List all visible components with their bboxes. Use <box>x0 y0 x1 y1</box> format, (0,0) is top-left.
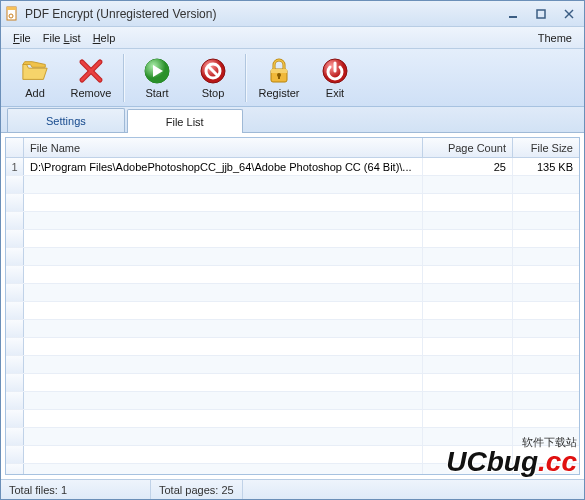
cell-index <box>6 428 24 445</box>
cell-index <box>6 464 24 474</box>
minimize-button[interactable] <box>502 6 524 22</box>
cell-filesize <box>513 176 579 193</box>
cell-filename <box>24 356 423 373</box>
cell-index <box>6 338 24 355</box>
cell-index <box>6 356 24 373</box>
cell-filename: D:\Program Files\AdobePhotoshopCC_jjb_64… <box>24 158 423 175</box>
svg-rect-1 <box>7 7 16 10</box>
cell-index <box>6 374 24 391</box>
menu-file[interactable]: File <box>7 30 37 46</box>
cell-filesize <box>513 392 579 409</box>
add-button[interactable]: Add <box>7 52 63 104</box>
cell-pagecount <box>423 320 513 337</box>
tab-filelist-label: File List <box>166 116 204 128</box>
tab-strip: Settings File List <box>1 107 584 133</box>
cell-index <box>6 284 24 301</box>
register-button[interactable]: Register <box>251 52 307 104</box>
cell-filename <box>24 176 423 193</box>
play-icon <box>143 57 171 85</box>
cell-pagecount <box>423 230 513 247</box>
toolbar: Add Remove Start Stop <box>1 49 584 107</box>
table-row-empty <box>6 284 579 302</box>
cell-filesize <box>513 230 579 247</box>
menu-filelist[interactable]: File List <box>37 30 87 46</box>
menu-help[interactable]: Help <box>87 30 122 46</box>
cell-pagecount <box>423 374 513 391</box>
table-row-empty <box>6 464 579 474</box>
cell-filesize <box>513 338 579 355</box>
table-row-empty <box>6 446 579 464</box>
cell-filename <box>24 374 423 391</box>
remove-button[interactable]: Remove <box>63 52 119 104</box>
cell-index <box>6 302 24 319</box>
table-row-empty <box>6 356 579 374</box>
svg-rect-4 <box>537 10 545 18</box>
grid-header-filesize-label: File Size <box>531 142 573 154</box>
statusbar: Total files: 1 Total pages: 25 <box>1 479 584 499</box>
add-label: Add <box>25 87 45 99</box>
cell-filename <box>24 428 423 445</box>
grid-header-filesize[interactable]: File Size <box>513 138 579 157</box>
lock-icon <box>265 57 293 85</box>
grid-header-pagecount[interactable]: Page Count <box>423 138 513 157</box>
cell-pagecount <box>423 212 513 229</box>
cell-pagecount <box>423 194 513 211</box>
cell-filename <box>24 230 423 247</box>
cell-filename <box>24 266 423 283</box>
cell-filename <box>24 446 423 463</box>
status-total-pages-label: Total pages: <box>159 484 218 496</box>
grid-body[interactable]: 1D:\Program Files\AdobePhotoshopCC_jjb_6… <box>6 158 579 474</box>
cell-index: 1 <box>6 158 24 175</box>
toolbar-group-run: Start Stop <box>129 52 241 104</box>
register-label: Register <box>259 87 300 99</box>
app-icon <box>5 6 19 22</box>
grid-header-rownum[interactable] <box>6 138 24 157</box>
start-button[interactable]: Start <box>129 52 185 104</box>
cell-index <box>6 446 24 463</box>
cell-filesize <box>513 464 579 474</box>
cell-index <box>6 392 24 409</box>
exit-button[interactable]: Exit <box>307 52 363 104</box>
table-row-empty <box>6 392 579 410</box>
cell-pagecount <box>423 338 513 355</box>
tab-settings-label: Settings <box>46 115 86 127</box>
status-total-files: Total files: 1 <box>1 480 151 499</box>
cell-pagecount <box>423 176 513 193</box>
content-area: File Name Page Count File Size 1D:\Progr… <box>1 133 584 479</box>
cell-filename <box>24 284 423 301</box>
menu-theme[interactable]: Theme <box>532 30 578 46</box>
tab-filelist[interactable]: File List <box>127 109 243 133</box>
table-row-empty <box>6 230 579 248</box>
cell-index <box>6 176 24 193</box>
svg-rect-17 <box>271 69 287 73</box>
app-window: PDF Encrypt (Unregistered Version) File … <box>0 0 585 500</box>
table-row[interactable]: 1D:\Program Files\AdobePhotoshopCC_jjb_6… <box>6 158 579 176</box>
cell-filesize <box>513 356 579 373</box>
toolbar-group-app: Register Exit <box>251 52 363 104</box>
grid-header-filename[interactable]: File Name <box>24 138 423 157</box>
table-row-empty <box>6 302 579 320</box>
cell-index <box>6 212 24 229</box>
cell-filesize <box>513 446 579 463</box>
stop-button[interactable]: Stop <box>185 52 241 104</box>
titlebar[interactable]: PDF Encrypt (Unregistered Version) <box>1 1 584 27</box>
tab-settings[interactable]: Settings <box>7 108 125 132</box>
cell-pagecount <box>423 284 513 301</box>
window-controls <box>502 6 580 22</box>
status-total-files-label: Total files: <box>9 484 58 496</box>
toolbar-sep-1 <box>123 54 125 102</box>
cell-pagecount <box>423 248 513 265</box>
cell-filesize <box>513 428 579 445</box>
status-total-pages-value: 25 <box>221 484 233 496</box>
cell-index <box>6 248 24 265</box>
table-row-empty <box>6 338 579 356</box>
stop-label: Stop <box>202 87 225 99</box>
grid-header-pagecount-label: Page Count <box>448 142 506 154</box>
close-button[interactable] <box>558 6 580 22</box>
cell-filesize <box>513 248 579 265</box>
cell-index <box>6 320 24 337</box>
file-grid: File Name Page Count File Size 1D:\Progr… <box>5 137 580 475</box>
cell-filesize <box>513 374 579 391</box>
svg-rect-19 <box>278 75 280 79</box>
maximize-button[interactable] <box>530 6 552 22</box>
